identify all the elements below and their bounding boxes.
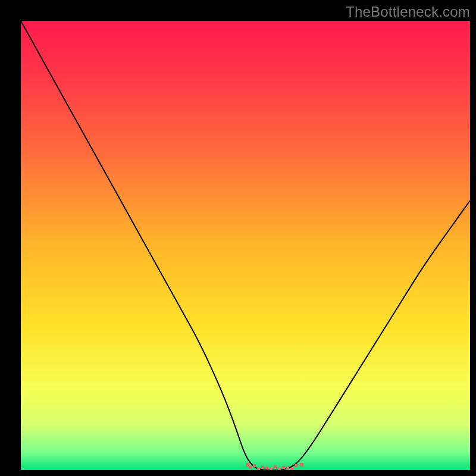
- svg-rect-10: [290, 468, 293, 470]
- svg-rect-12: [246, 463, 249, 466]
- bottleneck-curve: [21, 21, 470, 470]
- svg-rect-4: [265, 466, 268, 469]
- svg-rect-1: [253, 464, 256, 467]
- chart-svg: [21, 21, 470, 470]
- outer-frame: TheBottleneck.com: [0, 0, 476, 476]
- svg-rect-6: [274, 465, 277, 468]
- watermark-text: TheBottleneck.com: [346, 4, 470, 20]
- svg-rect-2: [257, 468, 260, 470]
- svg-rect-3: [261, 466, 264, 469]
- svg-rect-5: [270, 468, 273, 471]
- svg-rect-7: [278, 468, 281, 470]
- svg-rect-9: [286, 466, 289, 469]
- svg-rect-8: [282, 466, 285, 469]
- svg-rect-11: [295, 464, 298, 467]
- plot-area: [21, 21, 470, 470]
- svg-rect-13: [300, 463, 303, 466]
